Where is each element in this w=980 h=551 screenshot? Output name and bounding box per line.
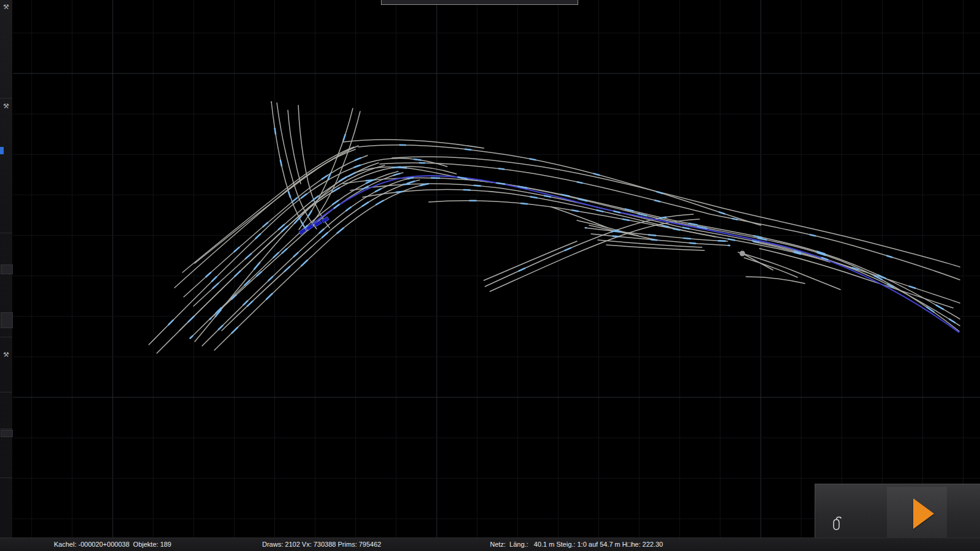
toolbar-button[interactable] — [1, 264, 13, 274]
track-layer[interactable] — [149, 102, 960, 353]
occupied-layer — [149, 102, 960, 353]
route-path[interactable] — [304, 176, 959, 332]
toolbar-divider — [0, 392, 12, 392]
play-button[interactable] — [913, 498, 934, 529]
status-bar: Kachel: -000020+000038 Objekte: 189 Draw… — [0, 538, 980, 551]
toolbar-divider — [0, 337, 12, 337]
mouse-icon — [830, 516, 843, 532]
active-tool-marker[interactable] — [0, 147, 4, 154]
toolbar-button[interactable] — [1, 312, 13, 328]
track-node[interactable] — [740, 251, 745, 257]
top-collapsed-panel[interactable] — [381, 0, 578, 5]
toolbar-divider — [0, 98, 12, 99]
toolbar-divider — [0, 429, 12, 429]
wrench-icon[interactable]: ⚒ — [2, 102, 10, 110]
track-canvas[interactable] — [0, 0, 980, 538]
toolbar-button[interactable] — [1, 430, 13, 437]
status-net-info: Netz: Läng.: 40.1 m Steig.: 1:0 auf 54.7… — [490, 538, 663, 551]
app-window: { "statusbar": { "kachel": "Kachel: -000… — [0, 0, 980, 551]
status-render-stats: Draws: 2102 Vx: 730388 Prims: 795462 — [262, 538, 381, 551]
status-tile-objects: Kachel: -000020+000038 Objekte: 189 — [54, 538, 172, 551]
toolbar-divider — [0, 233, 12, 233]
left-toolbar: ⚒ ⚒ ⚒ — [0, 0, 13, 538]
tool-pick-icon[interactable]: ⚒ — [2, 2, 10, 11]
toolbar-divider — [0, 478, 12, 478]
playback-panel — [815, 484, 980, 538]
wrench-icon[interactable]: ⚒ — [2, 350, 10, 359]
